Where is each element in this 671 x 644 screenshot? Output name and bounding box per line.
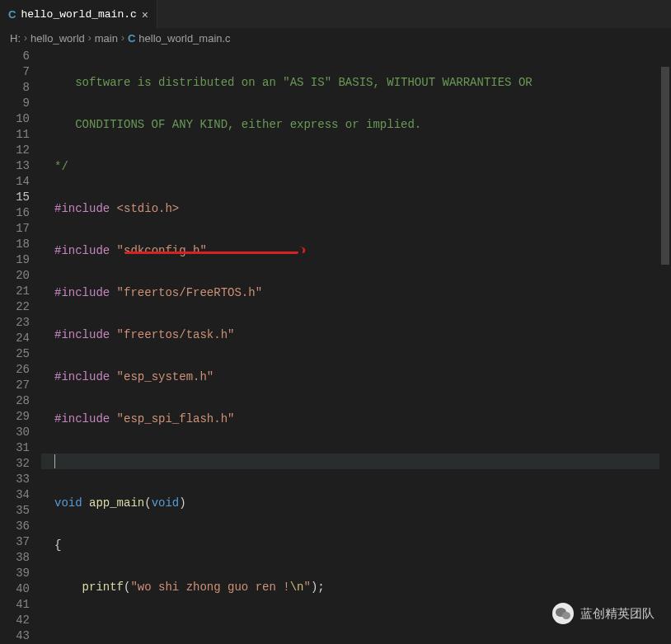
tab-bar-space <box>157 0 671 28</box>
line-number: 27 <box>0 378 41 393</box>
line-number: 24 <box>0 331 41 346</box>
watermark-text: 蓝创精英团队 <box>580 606 655 622</box>
c-file-icon: C <box>8 8 16 21</box>
line-number-gutter: 6 7 8 9 10 11 12 13 14 15 16 17 18 19 20… <box>0 47 41 644</box>
line-number: 39 <box>0 566 41 581</box>
vertical-scrollbar[interactable] <box>659 47 671 644</box>
wechat-icon <box>552 603 574 624</box>
line-number: 17 <box>0 221 41 237</box>
line-number: 13 <box>0 158 41 174</box>
line-number: 37 <box>0 534 41 550</box>
code-editor[interactable]: 6 7 8 9 10 11 12 13 14 15 16 17 18 19 20… <box>0 47 671 644</box>
code-line[interactable]: #include <stdio.h> <box>41 201 671 217</box>
line-number: 18 <box>0 237 41 252</box>
code-line[interactable]: #include "freertos/task.h" <box>41 327 671 343</box>
line-number: 41 <box>0 597 41 613</box>
line-number: 23 <box>0 315 41 331</box>
breadcrumb-seg[interactable]: hello_world <box>30 32 85 45</box>
line-number: 21 <box>0 284 41 299</box>
code-line[interactable]: #include "esp_spi_flash.h" <box>41 411 671 427</box>
breadcrumb-seg[interactable]: main <box>95 32 118 45</box>
code-line[interactable]: #include "freertos/FreeRTOS.h" <box>41 285 671 301</box>
line-number: 25 <box>0 346 41 362</box>
line-number: 33 <box>0 472 41 487</box>
line-number: 32 <box>0 456 41 472</box>
code-area[interactable]: software is distributed on an "AS IS" BA… <box>41 47 671 644</box>
line-number: 15 <box>0 190 41 205</box>
code-line[interactable]: { <box>41 538 671 553</box>
breadcrumb-seg[interactable]: H: <box>10 32 21 45</box>
line-number: 35 <box>0 503 41 519</box>
line-number: 28 <box>0 393 41 409</box>
line-number: 20 <box>0 268 41 284</box>
line-number: 43 <box>0 628 41 644</box>
line-number: 19 <box>0 252 41 268</box>
tab-bar: C hello_world_main.c × <box>0 0 671 29</box>
line-number: 6 <box>0 49 41 64</box>
code-line[interactable]: */ <box>41 159 671 175</box>
line-number: 12 <box>0 143 41 158</box>
code-line[interactable]: #include "esp_system.h" <box>41 369 671 385</box>
line-number: 30 <box>0 425 41 440</box>
code-line[interactable]: printf("wo shi zhong guo ren !\n"); <box>41 580 671 595</box>
code-line[interactable] <box>41 454 671 469</box>
breadcrumb[interactable]: H: › hello_world › main › C hello_world_… <box>0 29 671 47</box>
chevron-right-icon: › <box>121 32 124 44</box>
line-number: 31 <box>0 440 41 456</box>
line-number: 40 <box>0 581 41 597</box>
code-line[interactable]: software is distributed on an "AS IS" BA… <box>41 75 671 91</box>
code-line[interactable]: void app_main(void) <box>41 496 671 511</box>
tab-filename: hello_world_main.c <box>21 8 136 21</box>
file-tab[interactable]: C hello_world_main.c × <box>0 0 157 29</box>
line-number: 29 <box>0 409 41 425</box>
line-number: 10 <box>0 111 41 127</box>
watermark: 蓝创精英团队 <box>552 603 655 624</box>
line-number: 36 <box>0 519 41 534</box>
line-number: 22 <box>0 299 41 315</box>
line-number: 11 <box>0 127 41 143</box>
chevron-right-icon: › <box>88 32 92 44</box>
scrollbar-thumb[interactable] <box>661 67 669 265</box>
code-line[interactable]: CONDITIONS OF ANY KIND, either express o… <box>41 117 671 133</box>
close-icon[interactable]: × <box>142 8 148 21</box>
c-file-icon: C <box>128 32 135 45</box>
line-number: 38 <box>0 550 41 566</box>
breadcrumb-seg[interactable]: hello_world_main.c <box>138 32 230 45</box>
chevron-right-icon: › <box>24 32 27 44</box>
line-number: 26 <box>0 362 41 378</box>
line-number: 34 <box>0 487 41 503</box>
line-number: 16 <box>0 205 41 221</box>
line-number: 7 <box>0 64 41 80</box>
line-number: 8 <box>0 80 41 96</box>
line-number: 42 <box>0 613 41 628</box>
line-number: 14 <box>0 174 41 190</box>
line-number: 9 <box>0 96 41 111</box>
annotation-underline <box>125 251 298 254</box>
text-cursor <box>54 454 55 468</box>
